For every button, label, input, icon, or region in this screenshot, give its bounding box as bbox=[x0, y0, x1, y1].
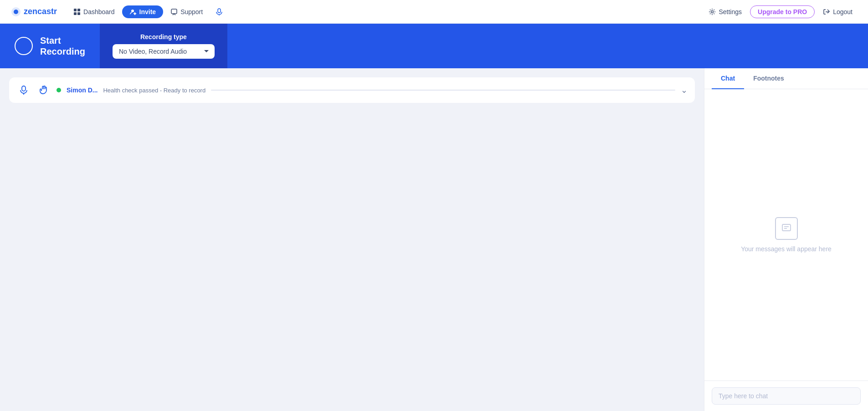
left-panel: Simon D... Health check passed - Ready t… bbox=[0, 68, 704, 411]
logo[interactable]: zencastr bbox=[11, 7, 57, 17]
logout-label: Logout bbox=[833, 8, 853, 15]
chat-panel: Chat Footnotes Your messages will appear… bbox=[704, 68, 868, 411]
recording-type-select[interactable]: No Video, Record Audio Video + Audio Vid… bbox=[113, 44, 215, 59]
logo-icon bbox=[11, 7, 21, 17]
mic-button[interactable] bbox=[16, 83, 31, 97]
participant-status: Health check passed - Ready to record bbox=[103, 87, 205, 94]
svg-rect-3 bbox=[77, 9, 80, 11]
svg-rect-9 bbox=[171, 9, 177, 14]
navbar-links: Dashboard Invite Support bbox=[68, 5, 228, 18]
support-label: Support bbox=[180, 8, 203, 15]
chat-input-area bbox=[704, 381, 868, 411]
dashboard-link[interactable]: Dashboard bbox=[68, 5, 120, 18]
chat-empty-text: Your messages will appear here bbox=[741, 245, 832, 253]
support-icon bbox=[170, 8, 178, 15]
hand-button[interactable] bbox=[36, 83, 51, 97]
logout-link[interactable]: Logout bbox=[818, 5, 857, 18]
svg-rect-10 bbox=[218, 9, 221, 13]
recording-bar: Start Recording Recording type No Video,… bbox=[0, 24, 868, 68]
svg-point-6 bbox=[131, 10, 134, 12]
logo-text: zencastr bbox=[24, 7, 57, 16]
svg-rect-5 bbox=[77, 12, 80, 15]
chat-icon bbox=[781, 223, 792, 234]
chat-input[interactable] bbox=[712, 387, 861, 405]
svg-rect-4 bbox=[74, 12, 77, 15]
main-content: Simon D... Health check passed - Ready t… bbox=[0, 68, 868, 411]
upgrade-button[interactable]: Upgrade to PRO bbox=[750, 5, 815, 18]
audio-level-bar bbox=[211, 90, 675, 91]
invite-label: Invite bbox=[139, 8, 156, 15]
recording-type-label: Recording type bbox=[113, 33, 215, 41]
chat-messages-area: Your messages will appear here bbox=[704, 89, 868, 381]
start-recording-button[interactable]: Start Recording bbox=[0, 24, 100, 68]
settings-label: Settings bbox=[719, 8, 742, 15]
start-recording-text: Start Recording bbox=[40, 35, 85, 57]
invite-button[interactable]: Invite bbox=[122, 5, 164, 18]
dashboard-icon bbox=[73, 8, 81, 15]
svg-point-12 bbox=[711, 10, 714, 13]
mic-icon bbox=[19, 86, 28, 95]
participant-name: Simon D... bbox=[67, 86, 98, 94]
invite-icon bbox=[129, 8, 137, 15]
tab-footnotes[interactable]: Footnotes bbox=[744, 68, 793, 89]
status-indicator bbox=[56, 88, 61, 92]
svg-point-1 bbox=[14, 10, 18, 14]
svg-rect-2 bbox=[74, 9, 77, 11]
microphone-nav-icon bbox=[216, 8, 223, 15]
hand-icon bbox=[39, 86, 48, 95]
navbar: zencastr Dashboard Invite bbox=[0, 0, 868, 24]
microphone-link[interactable] bbox=[210, 5, 228, 18]
logout-icon bbox=[823, 8, 830, 15]
nav-right: Settings Upgrade to PRO Logout bbox=[704, 5, 857, 18]
record-circle bbox=[15, 37, 33, 55]
tab-chat[interactable]: Chat bbox=[712, 68, 744, 89]
participant-row: Simon D... Health check passed - Ready t… bbox=[9, 77, 695, 103]
svg-rect-16 bbox=[782, 224, 791, 231]
svg-rect-14 bbox=[22, 86, 26, 91]
dashboard-label: Dashboard bbox=[83, 8, 115, 15]
settings-icon bbox=[709, 8, 716, 15]
chat-empty-icon bbox=[775, 217, 798, 240]
participant-dropdown[interactable]: ⌄ bbox=[681, 85, 688, 95]
settings-link[interactable]: Settings bbox=[704, 5, 746, 18]
support-link[interactable]: Support bbox=[165, 5, 208, 18]
recording-type-section: Recording type No Video, Record Audio Vi… bbox=[100, 24, 227, 68]
chat-tabs: Chat Footnotes bbox=[704, 68, 868, 89]
